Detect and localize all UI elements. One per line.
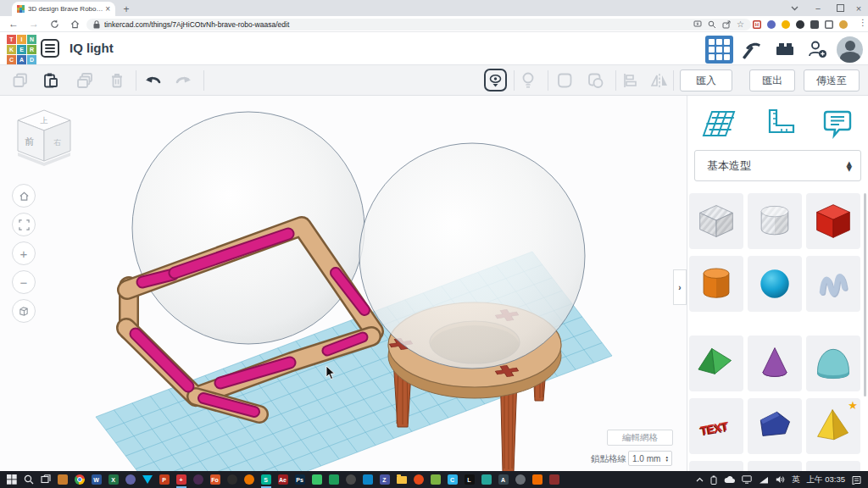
align-icon[interactable]: [620, 70, 640, 91]
browser-menu-icon[interactable]: ⋮: [859, 18, 867, 27]
taskbar-app-orange-box-icon[interactable]: [531, 474, 542, 485]
taskbar-app-red-book-icon[interactable]: P: [159, 474, 170, 485]
view-cube-top-label[interactable]: 上: [41, 116, 48, 125]
taskbar-app-hub-icon[interactable]: [57, 474, 68, 485]
taskbar-chrome-icon[interactable]: [74, 474, 85, 485]
viewport-3d[interactable]: 上 前 右 + − › 編輯網格 鎖點格線 1.0 mm ▴▾: [0, 96, 687, 471]
model-sphere-left[interactable]: [132, 112, 364, 344]
perspective-toggle-button[interactable]: [12, 299, 36, 323]
lego-brick-icon[interactable]: [772, 36, 798, 62]
shape-sphere[interactable]: [748, 256, 802, 312]
export-button[interactable]: 匯出: [749, 69, 795, 92]
taskbar-excel-icon[interactable]: X: [108, 474, 119, 485]
taskbar-app-fo-icon[interactable]: Fo: [209, 474, 220, 485]
extension-yellow-icon[interactable]: [782, 20, 790, 29]
window-close-button[interactable]: ×: [848, 0, 868, 16]
clock[interactable]: 上午 03:35: [807, 474, 845, 485]
back-icon[interactable]: ←: [7, 17, 20, 30]
shape-round-roof[interactable]: [806, 336, 860, 391]
taskbar-photoshop-icon[interactable]: Ps: [294, 474, 305, 485]
taskbar-app-dark-disc-icon[interactable]: [192, 474, 203, 485]
taskbar-app-cyan-triangle-icon[interactable]: [142, 474, 153, 485]
snap-grid-select[interactable]: 1.0 mm ▴▾: [628, 451, 672, 466]
notes-tool-icon[interactable]: [818, 104, 857, 143]
view-cube-front-label[interactable]: 前: [25, 136, 35, 147]
extension-h-icon[interactable]: H: [753, 20, 761, 29]
ruler-tool-icon[interactable]: [759, 104, 798, 143]
battery-icon[interactable]: [710, 475, 717, 485]
taskbar-app-flame-icon[interactable]: [243, 474, 254, 485]
taskbar-app-maroon-icon[interactable]: [548, 474, 559, 485]
extension-panda-icon[interactable]: [796, 20, 804, 29]
shape-polygon[interactable]: [748, 398, 802, 454]
import-button[interactable]: 匯入: [680, 69, 732, 92]
volume-icon[interactable]: [776, 475, 785, 484]
taskbar-app-teal-s-icon[interactable]: S: [260, 474, 271, 485]
mirror-icon[interactable]: [649, 70, 670, 91]
zoom-icon[interactable]: [708, 20, 716, 29]
blocks-view-button[interactable]: [705, 36, 733, 64]
start-button-icon[interactable]: [6, 474, 17, 485]
show-all-icon[interactable]: [484, 69, 507, 92]
ungroup-icon[interactable]: [586, 70, 606, 91]
shape-category-select[interactable]: 基本造型 ▴▾: [694, 150, 861, 181]
tray-expand-icon[interactable]: [696, 477, 704, 482]
shape-cylinder[interactable]: [689, 256, 743, 312]
zoom-in-button[interactable]: +: [12, 241, 36, 265]
shape-text[interactable]: TEXTTEXT: [689, 398, 743, 454]
undo-icon[interactable]: [142, 70, 163, 91]
paste-icon[interactable]: [41, 70, 61, 91]
taskbar-search-icon[interactable]: [23, 474, 34, 485]
notification-center-icon[interactable]: [852, 475, 861, 485]
tab-close-icon[interactable]: ×: [105, 5, 110, 14]
extension-sidebar-icon[interactable]: [825, 20, 833, 29]
edit-grid-button[interactable]: 編輯網格: [607, 430, 673, 446]
taskbar-word-icon[interactable]: W: [91, 474, 102, 485]
workplane-tool-icon[interactable]: [699, 104, 738, 143]
copy-icon[interactable]: [10, 70, 31, 91]
taskbar-app-teal-icon[interactable]: [481, 474, 492, 485]
taskbar-app-a-icon[interactable]: A: [498, 474, 509, 485]
new-tab-button[interactable]: +: [120, 3, 132, 15]
shape-scribble[interactable]: [806, 256, 860, 312]
taskbar-app-blue-c-icon[interactable]: C: [447, 474, 458, 485]
zoom-out-button[interactable]: −: [12, 270, 36, 294]
onedrive-cloud-icon[interactable]: [724, 476, 735, 484]
taskbar-app-green-chat-icon[interactable]: [311, 474, 322, 485]
avatar[interactable]: [837, 36, 863, 63]
home-view-button[interactable]: [12, 184, 36, 208]
taskbar-app-black-l-icon[interactable]: L: [464, 474, 475, 485]
taskbar-file-explorer-icon[interactable]: [396, 474, 407, 485]
forward-icon[interactable]: →: [27, 17, 41, 30]
view-cube-right-label[interactable]: 右: [53, 138, 62, 147]
browser-tab[interactable]: 3D design Brave Robo-Waasa ×: [12, 2, 115, 16]
tinkercad-logo[interactable]: TINKERCAD: [7, 35, 36, 64]
taskbar-app-orange-disc-icon[interactable]: [413, 474, 424, 485]
url-input[interactable]: tinkercad.com/things/7AjHiCOtvNh-brave-r…: [86, 19, 751, 30]
model-sphere-right[interactable]: [359, 143, 585, 369]
extension-flower-icon[interactable]: [767, 20, 776, 29]
view-cube[interactable]: 上 前 右: [10, 103, 78, 181]
shape-roof[interactable]: [689, 336, 743, 391]
share-icon[interactable]: [722, 20, 731, 29]
task-view-icon[interactable]: [40, 474, 51, 485]
duplicate-icon[interactable]: [75, 70, 95, 91]
taskbar-app-z-icon[interactable]: Z: [379, 474, 390, 485]
scene-canvas[interactable]: [0, 96, 687, 471]
main-menu-icon[interactable]: [41, 39, 59, 58]
network-icon[interactable]: [759, 476, 769, 484]
panel-collapse-handle[interactable]: ›: [673, 269, 687, 305]
window-minimize-button[interactable]: −: [807, 0, 829, 16]
shape-box[interactable]: [806, 193, 860, 249]
taskbar-app-dark-red-icon[interactable]: Ae: [277, 474, 288, 485]
taskbar-app-blue-icon[interactable]: [362, 474, 373, 485]
send-to-button[interactable]: 傳送至: [804, 69, 860, 92]
shape-cone[interactable]: [748, 336, 802, 391]
extension-dark-icon[interactable]: [810, 20, 819, 29]
redo-icon[interactable]: [174, 70, 194, 91]
fit-view-button[interactable]: [12, 213, 36, 236]
taskbar-app-green-card-icon[interactable]: [430, 474, 441, 485]
taskbar-app-black-disc-icon[interactable]: [226, 474, 237, 485]
shape-pyramid[interactable]: ★: [806, 398, 860, 454]
design-title[interactable]: IQ light: [70, 41, 114, 55]
